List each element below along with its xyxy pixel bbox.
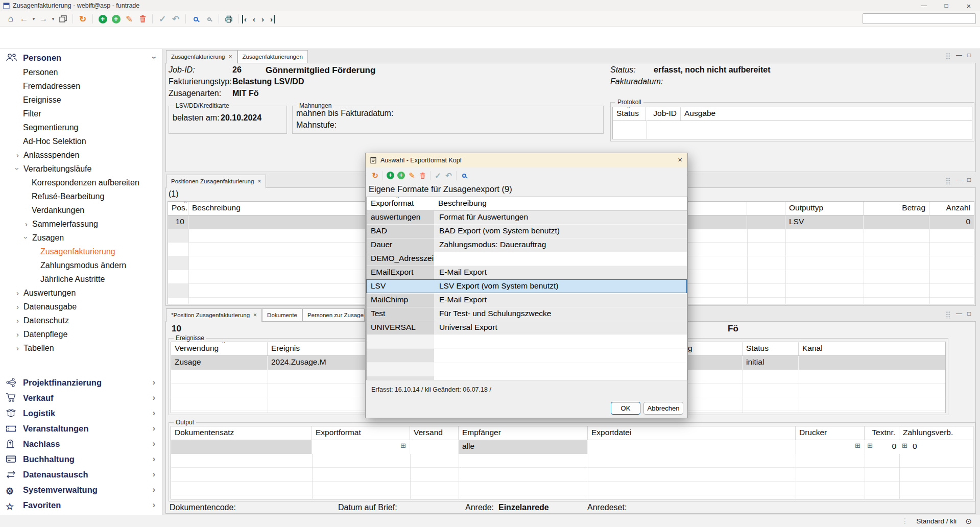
format-cell[interactable]: UNIVERSAL xyxy=(367,321,434,335)
next-record-icon[interactable]: › xyxy=(260,15,265,23)
panel-minimize-icon[interactable]: — xyxy=(956,310,962,317)
sidebar-item-zahlungsmodus-aendern[interactable]: Zahlungsmodus ändern xyxy=(0,258,162,272)
sidebar-section-veranstaltungen[interactable]: Veranstaltungen› xyxy=(0,421,162,436)
window-minimize-icon[interactable]: — xyxy=(913,0,935,11)
col-exportdatei[interactable]: Exportdatei xyxy=(588,426,796,440)
sidebar-section-buchhaltung[interactable]: Buchhaltung› xyxy=(0,451,162,467)
confirm-check-icon[interactable]: ✓ xyxy=(433,170,443,181)
ok-button[interactable]: OK xyxy=(611,402,640,415)
output-row[interactable]: ⊞ alle ⊞ ⊞0 ⊞0 xyxy=(171,440,973,454)
lookup-grid-icon[interactable]: ⊞ xyxy=(867,442,873,452)
delete-trash-icon[interactable] xyxy=(417,170,428,181)
lookup-grid-icon[interactable]: ⊞ xyxy=(855,442,861,452)
window-close-icon[interactable]: × xyxy=(958,0,980,11)
col-beschreibung[interactable]: Beschreibung xyxy=(434,197,687,211)
sidebar-item-refuse-bearbeitung[interactable]: Refusé-Bearbeitung xyxy=(0,189,162,203)
format-cell[interactable]: Test xyxy=(367,307,434,321)
tab-dokumente[interactable]: Dokumente xyxy=(262,308,302,322)
panel-maximize-icon[interactable]: □ xyxy=(967,52,971,59)
edit-pencil-icon[interactable]: ✎ xyxy=(407,170,417,181)
col-pos[interactable]: ^Pos. xyxy=(168,202,188,215)
col-empfaenger[interactable]: Empfänger xyxy=(459,426,588,440)
sidebar-item-personen[interactable]: Personen xyxy=(0,65,162,79)
confirm-check-icon[interactable]: ✓ xyxy=(156,13,169,25)
sidebar-item-verarbeitungslaeufe[interactable]: ›Verarbeitungsläufe xyxy=(0,162,162,176)
sidebar-item-segmentierung[interactable]: Segmentierung xyxy=(0,121,162,134)
tab-close-icon[interactable]: × xyxy=(253,312,257,319)
sidebar-item-auswertungen[interactable]: ›Auswertungen xyxy=(0,286,162,300)
sidebar-item-zusagenfakturierung[interactable]: Zusagenfakturierung xyxy=(0,245,162,258)
col-spacer[interactable] xyxy=(747,202,785,215)
cancel-button[interactable]: Abbrechen xyxy=(643,402,683,415)
sidebar-item-filter[interactable]: Filter xyxy=(0,107,162,121)
toolbar-search-input[interactable] xyxy=(863,13,976,24)
add-copy-icon[interactable]: + xyxy=(110,13,122,25)
col-status[interactable]: Status xyxy=(743,342,799,355)
beschreibung-cell[interactable]: BAD Export (vom System benutzt) xyxy=(434,225,687,238)
back-dropdown-icon[interactable]: ▾ xyxy=(31,13,36,25)
sidebar-item-verdankungen[interactable]: Verdankungen xyxy=(0,203,162,217)
format-cell[interactable]: MailChimp xyxy=(367,294,434,307)
undo-icon[interactable]: ↶ xyxy=(170,13,182,25)
forward-dropdown-icon[interactable]: ▾ xyxy=(51,13,56,25)
sidebar-item-adhoc-selektion[interactable]: Ad-Hoc Selektion xyxy=(0,134,162,148)
col-exportformat[interactable]: ^Exporformat xyxy=(367,197,434,211)
prev-record-icon[interactable]: ‹ xyxy=(252,15,256,23)
new-window-icon[interactable] xyxy=(57,13,69,25)
panel-minimize-icon[interactable]: — xyxy=(956,52,962,59)
sidebar-section-datenaustausch[interactable]: Datenaustausch› xyxy=(0,467,162,482)
lookup-grid-icon[interactable]: ⊞ xyxy=(400,442,406,452)
refresh-icon[interactable]: ↻ xyxy=(77,13,89,25)
panel-minimize-icon[interactable]: — xyxy=(956,176,962,183)
format-cell[interactable]: auswertungen xyxy=(367,211,434,225)
window-maximize-icon[interactable]: □ xyxy=(935,0,958,11)
panel-grip-icon[interactable] xyxy=(946,311,950,319)
sidebar-item-tabellen[interactable]: ›Tabellen xyxy=(0,341,162,355)
tab-zusagenfakturierung[interactable]: Zusagenfakturierung× xyxy=(166,50,237,64)
sidebar-item-anlassspenden[interactable]: ›Anlassspenden xyxy=(0,148,162,162)
sidebar-item-zusagen[interactable]: ›Zusagen xyxy=(0,231,162,245)
sidebar-section-projektfinanzierung[interactable]: Projektfinanzierung› xyxy=(0,375,162,390)
sidebar-section-favoriten[interactable]: ☆Favoriten› xyxy=(0,497,162,513)
sidebar-item-fremdadressen[interactable]: Fremdadressen xyxy=(0,79,162,93)
tab-close-icon[interactable]: × xyxy=(257,178,261,185)
panel-grip-icon[interactable] xyxy=(946,177,950,185)
sidebar-section-nachlass[interactable]: Nachlass› xyxy=(0,436,162,451)
delete-trash-icon[interactable] xyxy=(136,13,149,25)
sidebar-item-korrespondenzen[interactable]: Korrespondenzen aufbereiten xyxy=(0,176,162,189)
dialog-titlebar[interactable]: Auswahl - Exportformat Kopf × xyxy=(366,153,687,167)
panel-grip-icon[interactable] xyxy=(946,53,950,60)
col-anzahl[interactable]: Anzahl xyxy=(929,202,974,215)
protokoll-col-ausgabe[interactable]: Ausgabe xyxy=(681,107,972,121)
sidebar-item-sammelerfassung[interactable]: ›Sammelerfassung xyxy=(0,217,162,231)
beschreibung-cell[interactable]: E-Mail Export xyxy=(434,266,687,280)
undo-icon[interactable]: ↶ xyxy=(443,170,454,181)
beschreibung-cell[interactable]: Für Test- und Schulungszwecke xyxy=(434,307,687,321)
panel-maximize-icon[interactable]: □ xyxy=(967,176,971,183)
col-betrag[interactable]: Betrag xyxy=(864,202,929,215)
col-versand[interactable]: Versand xyxy=(410,426,459,440)
statusbar-target-icon[interactable]: ⊙ xyxy=(965,517,972,526)
back-icon[interactable]: ← xyxy=(18,13,30,25)
col-verwendung[interactable]: ^Verwendung xyxy=(171,342,268,355)
sidebar-section-logistik[interactable]: Logistik› xyxy=(0,405,162,421)
beschreibung-cell[interactable]: E-Mail Export xyxy=(434,294,687,307)
format-cell[interactable]: Dauer xyxy=(367,238,434,252)
dialog-close-icon[interactable]: × xyxy=(678,155,682,164)
beschreibung-cell[interactable]: Format für Auswertungen xyxy=(434,211,687,225)
refresh-icon[interactable]: ↻ xyxy=(370,170,380,181)
sidebar-item-datenschutz[interactable]: ›Datenschutz xyxy=(0,314,162,327)
add-icon[interactable]: + xyxy=(385,170,396,181)
beschreibung-cell[interactable] xyxy=(434,252,687,266)
col-exportformat[interactable]: Exportformat xyxy=(312,426,410,440)
add-icon[interactable]: + xyxy=(97,13,109,25)
first-record-icon[interactable]: ‹ xyxy=(242,15,248,23)
col-outputtyp[interactable]: Outputtyp xyxy=(785,202,864,215)
panel-maximize-icon[interactable]: □ xyxy=(967,310,971,317)
sidebar-section-personen[interactable]: Personen › xyxy=(0,50,162,65)
protokoll-col-status[interactable]: ^Status xyxy=(613,107,646,121)
sidebar-item-datenpflege[interactable]: ›Datenpflege xyxy=(0,327,162,341)
col-textnr[interactable]: Textnr. xyxy=(865,426,899,440)
search-icon[interactable] xyxy=(459,170,469,181)
last-record-icon[interactable]: › xyxy=(269,15,275,23)
